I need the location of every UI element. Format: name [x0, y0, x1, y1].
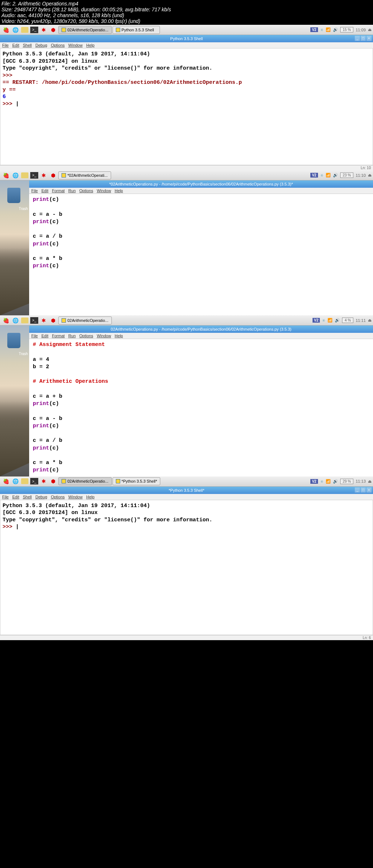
- menu-window[interactable]: Window: [68, 43, 83, 47]
- clock[interactable]: 11:11: [356, 318, 366, 323]
- battery-indicator[interactable]: 29 %: [340, 479, 354, 484]
- window-titlebar[interactable]: *02ArithmeticOperations.py - /home/pi/co…: [29, 180, 373, 188]
- file-manager-icon[interactable]: [20, 171, 29, 179]
- terminal-icon[interactable]: >_: [30, 171, 39, 179]
- menu-window[interactable]: Window: [97, 188, 111, 193]
- menu-help[interactable]: Help: [115, 188, 123, 193]
- close-button[interactable]: ×: [366, 487, 372, 493]
- browser-icon[interactable]: 🌐: [11, 316, 20, 324]
- clock[interactable]: 11:09: [356, 28, 366, 32]
- battery-indicator[interactable]: 4 %: [342, 318, 353, 323]
- browser-icon[interactable]: 🌐: [11, 477, 20, 485]
- bluetooth-icon[interactable]: ⚹: [320, 173, 323, 178]
- menu-options[interactable]: Options: [51, 495, 65, 499]
- wolfram-icon[interactable]: ⬢: [49, 171, 58, 179]
- eject-icon[interactable]: ⏏: [368, 27, 372, 32]
- file-manager-icon[interactable]: [20, 316, 29, 324]
- vnc-icon[interactable]: V2: [310, 27, 318, 32]
- window-titlebar[interactable]: *Python 3.5.3 Shell* _ □ ×: [0, 487, 373, 494]
- vnc-icon[interactable]: V2: [310, 479, 318, 484]
- volume-icon[interactable]: 🔊: [333, 479, 338, 484]
- menu-shell[interactable]: Shell: [23, 43, 32, 47]
- menu-format[interactable]: Format: [52, 188, 65, 193]
- browser-icon[interactable]: 🌐: [11, 171, 20, 179]
- eject-icon[interactable]: ⏏: [368, 173, 372, 178]
- menu-edit[interactable]: Edit: [12, 495, 19, 499]
- wolfram-icon[interactable]: ⬢: [49, 316, 58, 324]
- menu-window[interactable]: Window: [97, 334, 111, 338]
- menu-debug[interactable]: Debug: [35, 495, 47, 499]
- bluetooth-icon[interactable]: ⚹: [322, 318, 325, 323]
- raspberry-menu-icon[interactable]: 🍓: [1, 316, 10, 324]
- bluetooth-icon[interactable]: ⚹: [320, 27, 323, 32]
- menu-window[interactable]: Window: [68, 495, 83, 499]
- volume-icon[interactable]: 🔊: [333, 173, 338, 178]
- editor-content[interactable]: # Assignment Statement a = 4 b = 2 # Ari…: [29, 339, 373, 476]
- desktop[interactable]: Trash 02ArithmeticOperations.py - /home/…: [0, 326, 373, 476]
- menu-file[interactable]: File: [2, 495, 9, 499]
- desktop[interactable]: Trash *02ArithmeticOperations.py - /home…: [0, 180, 373, 315]
- menu-options[interactable]: Options: [51, 43, 65, 47]
- raspberry-menu-icon[interactable]: 🍓: [1, 171, 10, 179]
- vnc-icon[interactable]: V2: [313, 318, 320, 323]
- taskbar-entry-shell[interactable]: *Python 3.5.3 Shell*: [113, 477, 161, 485]
- taskbar-entry-editor[interactable]: 02ArithmeticOperatio...: [58, 316, 112, 324]
- clock[interactable]: 11:10: [356, 173, 366, 178]
- clock[interactable]: 11:13: [356, 479, 366, 483]
- taskbar-entry-editor[interactable]: *02ArithmeticOperati...: [58, 171, 111, 179]
- battery-indicator[interactable]: 23 %: [340, 172, 354, 178]
- raspberry-menu-icon[interactable]: 🍓: [1, 477, 10, 485]
- file-manager-icon[interactable]: [20, 477, 29, 485]
- menu-run[interactable]: Run: [68, 188, 76, 193]
- maximize-button[interactable]: □: [361, 36, 366, 41]
- wifi-icon[interactable]: 📶: [327, 318, 333, 323]
- terminal-icon[interactable]: >_: [30, 316, 39, 324]
- battery-indicator[interactable]: 15 %: [340, 27, 354, 32]
- wifi-icon[interactable]: 📶: [326, 27, 331, 32]
- menu-edit[interactable]: Edit: [12, 43, 19, 47]
- eject-icon[interactable]: ⏏: [368, 479, 372, 484]
- vnc-icon[interactable]: V2: [310, 173, 318, 178]
- shell-output[interactable]: Python 3.5.3 (default, Jan 19 2017, 14:1…: [0, 500, 373, 635]
- window-titlebar[interactable]: 02ArithmeticOperations.py - /home/pi/cod…: [29, 326, 373, 333]
- taskbar-entry-shell[interactable]: Python 3.5.3 Shell: [113, 26, 160, 34]
- taskbar-entry-editor[interactable]: 02ArithmeticOperatio...: [58, 26, 112, 34]
- bluetooth-icon[interactable]: ⚹: [320, 479, 323, 484]
- menu-options[interactable]: Options: [79, 334, 93, 338]
- mathematica-icon[interactable]: ✱: [39, 26, 48, 34]
- mathematica-icon[interactable]: ✱: [39, 171, 48, 179]
- editor-content[interactable]: print(c) c = a - b print(c) c = a / b pr…: [29, 194, 373, 303]
- menu-options[interactable]: Options: [79, 188, 93, 193]
- wifi-icon[interactable]: 📶: [326, 479, 331, 484]
- terminal-icon[interactable]: >_: [30, 477, 39, 485]
- menu-help[interactable]: Help: [86, 495, 95, 499]
- window-titlebar[interactable]: Python 3.5.3 Shell _ □ ×: [0, 35, 373, 42]
- menu-file[interactable]: File: [2, 43, 9, 47]
- trash-icon[interactable]: [7, 188, 20, 203]
- wifi-icon[interactable]: 📶: [326, 173, 331, 178]
- mathematica-icon[interactable]: ✱: [39, 316, 48, 324]
- menu-shell[interactable]: Shell: [23, 495, 32, 499]
- menu-run[interactable]: Run: [68, 334, 76, 338]
- mathematica-icon[interactable]: ✱: [39, 477, 48, 485]
- wolfram-icon[interactable]: ⬢: [49, 26, 58, 34]
- browser-icon[interactable]: 🌐: [11, 26, 20, 34]
- eject-icon[interactable]: ⏏: [368, 318, 372, 323]
- volume-icon[interactable]: 🔊: [333, 27, 338, 32]
- menu-help[interactable]: Help: [115, 334, 123, 338]
- wolfram-icon[interactable]: ⬢: [49, 477, 58, 485]
- menu-help[interactable]: Help: [86, 43, 95, 47]
- taskbar-entry-editor[interactable]: 02ArithmeticOperatio...: [58, 477, 112, 485]
- minimize-button[interactable]: _: [355, 36, 360, 41]
- shell-output[interactable]: Python 3.5.3 (default, Jan 19 2017, 14:1…: [0, 48, 373, 165]
- terminal-icon[interactable]: >_: [30, 26, 39, 34]
- trash-icon[interactable]: [7, 333, 20, 348]
- volume-icon[interactable]: 🔊: [335, 318, 340, 323]
- file-manager-icon[interactable]: [20, 26, 29, 34]
- close-button[interactable]: ×: [366, 36, 372, 41]
- minimize-button[interactable]: _: [355, 487, 360, 493]
- menu-debug[interactable]: Debug: [35, 43, 47, 47]
- menu-format[interactable]: Format: [52, 334, 65, 338]
- maximize-button[interactable]: □: [361, 487, 366, 493]
- raspberry-menu-icon[interactable]: 🍓: [1, 26, 10, 34]
